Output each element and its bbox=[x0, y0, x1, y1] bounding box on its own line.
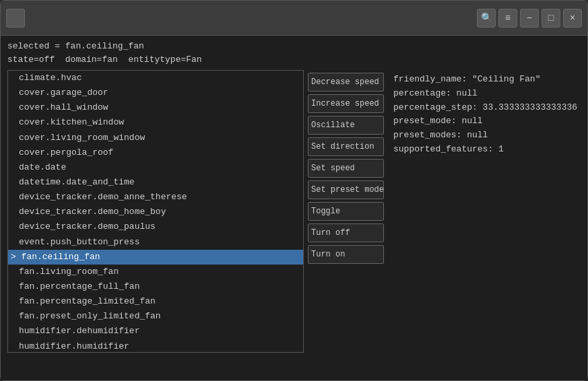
action-button[interactable]: Turn off bbox=[308, 223, 384, 242]
list-item[interactable]: humidifier.humidifier bbox=[8, 339, 303, 353]
list-item[interactable]: climate.hvac bbox=[8, 71, 303, 85]
action-button[interactable]: Turn on bbox=[308, 245, 384, 264]
list-item[interactable]: fan.percentage_full_fan bbox=[8, 279, 303, 294]
title-bar: 🔍 ≡ − □ × bbox=[1, 1, 587, 36]
list-item[interactable]: fan.preset_only_limited_fan bbox=[8, 309, 303, 324]
action-button[interactable]: Set direction bbox=[308, 137, 384, 156]
entity-list[interactable]: climate.hvaccover.garage_doorcover.hall_… bbox=[7, 70, 304, 353]
list-item[interactable]: device_tracker.demo_paulus bbox=[8, 219, 303, 234]
minimize-icon: − bbox=[527, 13, 532, 24]
list-item[interactable]: cover.hall_window bbox=[8, 100, 303, 115]
action-button[interactable]: Set speed bbox=[308, 159, 384, 178]
list-item[interactable]: humidifier.dehumidifier bbox=[8, 324, 303, 339]
maximize-button[interactable]: □ bbox=[542, 9, 560, 28]
terminal-window: 🔍 ≡ − □ × selected = fan.ceiling_fan sta… bbox=[0, 0, 588, 381]
status-selected: selected = fan.ceiling_fan bbox=[7, 40, 581, 53]
list-item[interactable]: fan.living_room_fan bbox=[8, 265, 303, 279]
maximize-icon: □ bbox=[548, 13, 554, 24]
list-item[interactable]: device_tracker.demo_anne_therese bbox=[8, 190, 303, 205]
list-item[interactable]: fan.percentage_limited_fan bbox=[8, 294, 303, 309]
new-tab-button[interactable] bbox=[6, 9, 25, 28]
terminal-content: selected = fan.ceiling_fan state=off dom… bbox=[1, 36, 587, 380]
close-icon: × bbox=[570, 13, 575, 24]
menu-icon: ≡ bbox=[505, 13, 511, 24]
minimize-button[interactable]: − bbox=[520, 9, 539, 28]
list-item[interactable]: fan.ceiling_fan bbox=[8, 250, 303, 265]
action-button[interactable]: Set preset mode bbox=[308, 180, 384, 199]
search-icon-button[interactable]: 🔍 bbox=[477, 9, 496, 28]
list-item[interactable]: cover.pergola_roof bbox=[8, 145, 303, 160]
info-panel: friendly_name: "Ceiling Fan" percentage:… bbox=[388, 70, 583, 353]
list-item[interactable]: cover.garage_door bbox=[8, 85, 303, 100]
action-button[interactable]: Increase speed bbox=[308, 94, 384, 113]
close-button[interactable]: × bbox=[563, 9, 582, 28]
menu-button[interactable]: ≡ bbox=[498, 9, 517, 28]
list-item[interactable]: cover.kitchen_window bbox=[8, 115, 303, 130]
main-area: climate.hvaccover.garage_doorcover.hall_… bbox=[7, 70, 581, 353]
list-item[interactable]: device_tracker.demo_home_boy bbox=[8, 205, 303, 219]
search-icon: 🔍 bbox=[481, 12, 492, 24]
list-item[interactable]: event.push_button_press bbox=[8, 235, 303, 250]
action-button[interactable]: Oscillate bbox=[308, 116, 384, 135]
action-button[interactable]: Decrease speed bbox=[308, 73, 384, 92]
list-item[interactable]: cover.living_room_window bbox=[8, 131, 303, 145]
status-state: state=off domain=fan entitytype=Fan bbox=[7, 53, 581, 67]
action-button[interactable]: Toggle bbox=[308, 202, 384, 221]
list-item[interactable]: date.date bbox=[8, 160, 303, 175]
window-controls: 🔍 ≡ − □ × bbox=[477, 9, 582, 28]
list-item[interactable]: datetime.date_and_time bbox=[8, 175, 303, 190]
buttons-panel: Decrease speedIncrease speedOscillateSet… bbox=[304, 70, 388, 353]
